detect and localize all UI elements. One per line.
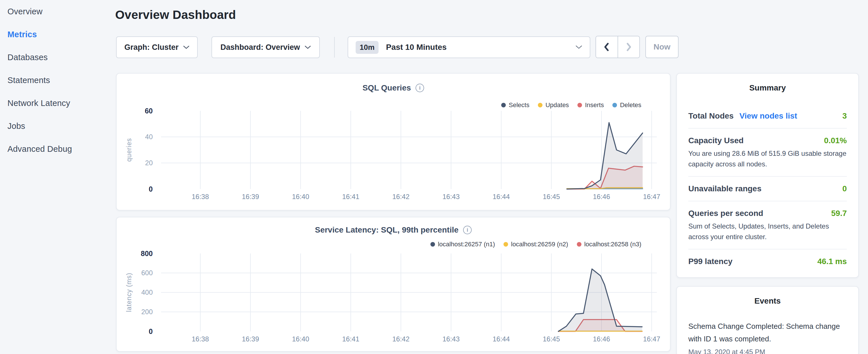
x-tick-label: 16:42 <box>388 192 414 201</box>
sidebar-item-databases[interactable]: Databases <box>0 46 115 69</box>
summary-row-value: 3 <box>842 111 847 121</box>
info-icon[interactable]: i <box>415 84 424 92</box>
info-icon[interactable]: i <box>463 226 472 234</box>
time-range-label: Past 10 Minutes <box>386 43 576 52</box>
legend-dot-icon <box>503 242 508 247</box>
time-range-selector[interactable]: 10m Past 10 Minutes <box>348 36 590 58</box>
chart-title: SQL Queries <box>363 83 411 93</box>
chart-title-row: SQL Queriesi <box>117 83 670 93</box>
chart-title: Service Latency: SQL, 99th percentile <box>315 225 459 234</box>
summary-row-value: 0 <box>842 184 847 193</box>
sidebar-item-advanced-debug[interactable]: Advanced Debug <box>0 137 115 160</box>
view-nodes-list-link[interactable]: View nodes list <box>739 111 797 121</box>
x-tick-label: 16:40 <box>288 192 313 201</box>
x-tick-label: 16:42 <box>388 335 414 344</box>
chevron-down-icon <box>183 45 189 49</box>
events-panel: EventsSchema Change Completed: Schema ch… <box>676 286 859 354</box>
sidebar-item-overview[interactable]: Overview <box>0 0 115 23</box>
legend-item-deletes: Deletes <box>612 101 641 109</box>
time-back-button[interactable] <box>596 36 618 58</box>
summary-row-value: 59.7 <box>831 209 847 218</box>
summary-row-label: Queries per second <box>688 208 763 219</box>
dashboard-dropdown[interactable]: Dashboard: Overview <box>212 36 320 58</box>
y-axis-unit-text: queries <box>125 138 133 162</box>
y-axis-unit-label: queries <box>124 111 134 189</box>
x-tick-label: 16:46 <box>589 192 614 201</box>
y-tick-label: 400 <box>131 288 153 297</box>
y-tick-label: 600 <box>131 269 153 277</box>
time-pager <box>595 36 640 58</box>
summary-row-value: 0.01% <box>824 136 847 145</box>
now-button[interactable]: Now <box>645 36 679 58</box>
y-tick-label: 200 <box>131 308 153 316</box>
page-title: Overview Dashboard <box>115 8 236 22</box>
summary-row-label: Total Nodes <box>688 111 734 121</box>
summary-row-p99-latency: P99 latency46.1 ms <box>688 250 847 273</box>
dashboard-dropdown-label: Dashboard: Overview <box>220 43 300 52</box>
x-tick-label: 16:45 <box>538 192 564 201</box>
x-tick-label: 16:45 <box>538 335 564 344</box>
chart-legend: localhost:26257 (n1)localhost:26259 (n2)… <box>430 240 641 248</box>
summary-row-head: Total NodesView nodes list3 <box>688 111 847 121</box>
event-text: Schema Change Completed: Schema change w… <box>688 320 847 345</box>
summary-row-total-nodes: Total NodesView nodes list3 <box>688 104 847 129</box>
legend-item-inserts: Inserts <box>578 101 604 109</box>
x-tick-label: 16:41 <box>338 192 364 201</box>
y-tick-label: 0 <box>131 185 153 193</box>
time-forward-button[interactable] <box>618 36 640 58</box>
sidebar-item-network-latency[interactable]: Network Latency <box>0 92 115 115</box>
chart-legend: SelectsUpdatesInsertsDeletes <box>501 101 641 109</box>
series-area-selects <box>567 123 643 189</box>
summary-row-unavailable-ranges: Unavailable ranges0 <box>688 177 847 201</box>
legend-label: localhost:26258 (n3) <box>584 240 641 248</box>
x-tick-label: 16:38 <box>187 335 213 344</box>
x-tick-label: 16:44 <box>488 192 514 201</box>
legend-item-updates: Updates <box>538 101 569 109</box>
summary-panel: SummaryTotal NodesView nodes list3Capaci… <box>676 73 859 278</box>
x-tick-label: 16:46 <box>589 335 614 344</box>
sidebar-nav: OverviewMetricsDatabasesStatementsNetwor… <box>0 0 115 354</box>
summary-row-label: Capacity Used <box>688 135 744 146</box>
legend-label: Selects <box>509 101 529 109</box>
service-latency-chart-card: Service Latency: SQL, 99th percentileilo… <box>116 217 671 352</box>
legend-item-selects: Selects <box>501 101 529 109</box>
sidebar-item-statements[interactable]: Statements <box>0 69 115 92</box>
sidebar-item-metrics[interactable]: Metrics <box>0 23 115 46</box>
summary-row-queries-per-second: Queries per second59.7Sum of Selects, Up… <box>688 201 847 250</box>
x-tick-label: 16:40 <box>288 335 313 344</box>
legend-dot-icon <box>577 242 582 247</box>
x-tick-label: 16:41 <box>338 335 364 344</box>
x-tick-label: 16:43 <box>438 335 464 344</box>
event-timestamp: May 13, 2020 at 4:45 PM <box>688 348 847 354</box>
summary-row-description: Sum of Selects, Updates, Inserts, and De… <box>688 221 847 242</box>
summary-row-head: Unavailable ranges0 <box>688 184 847 194</box>
legend-label: Inserts <box>585 101 604 109</box>
event-list-item[interactable]: Schema Change Completed: Schema change w… <box>688 320 847 354</box>
sidebar-item-jobs[interactable]: Jobs <box>0 115 115 137</box>
x-tick-label: 16:44 <box>488 335 514 344</box>
legend-dot-icon <box>612 103 617 107</box>
controls-divider <box>334 37 335 58</box>
y-tick-label: 0 <box>131 327 153 336</box>
legend-item-localhost-26258-n3: localhost:26258 (n3) <box>577 240 641 248</box>
legend-label: localhost:26257 (n1) <box>438 240 495 248</box>
events-title: Events <box>688 296 847 305</box>
legend-dot-icon <box>538 103 542 107</box>
summary-row-capacity-used: Capacity Used0.01%You are using 28.6 MiB… <box>688 129 847 177</box>
summary-row-head: Queries per second59.7 <box>688 208 847 219</box>
chevron-down-icon <box>305 45 311 49</box>
chart-plot-area[interactable] <box>161 111 657 189</box>
x-tick-label: 16:47 <box>639 192 664 201</box>
legend-label: localhost:26259 (n2) <box>511 240 568 248</box>
x-tick-label: 16:47 <box>639 335 664 344</box>
time-range-badge: 10m <box>355 41 378 54</box>
summary-row-label: Unavailable ranges <box>688 184 762 194</box>
x-tick-label: 16:38 <box>187 192 213 201</box>
chart-title-row: Service Latency: SQL, 99th percentilei <box>117 225 670 234</box>
graph-dropdown[interactable]: Graph: Cluster <box>116 36 198 58</box>
summary-row-head: P99 latency46.1 ms <box>688 256 847 267</box>
legend-item-localhost-26259-n2: localhost:26259 (n2) <box>503 240 568 248</box>
summary-row-label: P99 latency <box>688 256 733 267</box>
chart-plot-area[interactable] <box>161 254 657 331</box>
legend-dot-icon <box>430 242 435 247</box>
